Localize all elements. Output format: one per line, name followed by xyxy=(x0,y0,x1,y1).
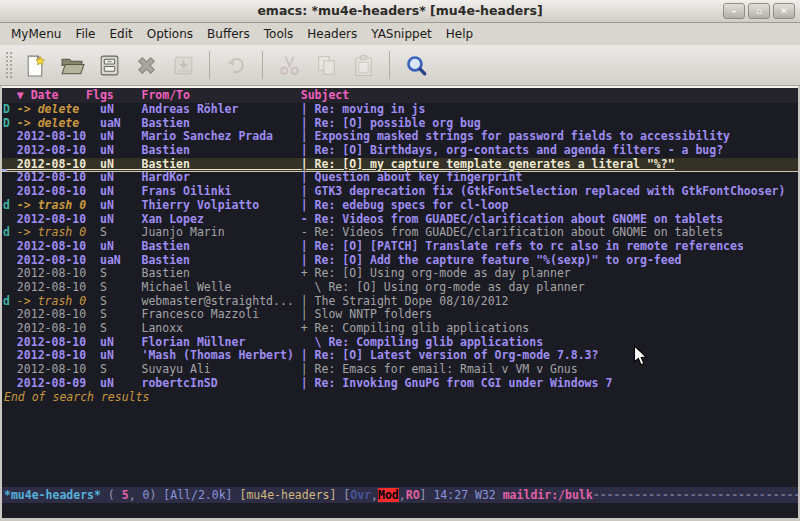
menu-item-edit[interactable]: Edit xyxy=(103,23,140,45)
modeline-dashes: ----------------------------------------… xyxy=(593,488,798,502)
close-buffer-button[interactable] xyxy=(132,51,160,79)
copy-button xyxy=(312,51,340,79)
toolbar-separator xyxy=(262,51,263,79)
message-row[interactable]: D -> delete uaN Bastien | Re: [O] possib… xyxy=(2,117,798,131)
menu-item-headers[interactable]: Headers xyxy=(300,23,364,45)
toolbar xyxy=(0,45,800,86)
message-row[interactable]: 2012-08-10 uN Bastien | Re: [O] [PATCH] … xyxy=(2,240,798,254)
message-row[interactable]: 2012-08-10 uN Xan Lopez - Re: Videos fro… xyxy=(2,213,798,227)
message-row[interactable]: 2012-08-10 S Francesco Mazzoli | Slow NN… xyxy=(2,308,798,322)
close-buffer-icon xyxy=(134,53,159,78)
undo-button xyxy=(222,51,250,79)
mouse-cursor xyxy=(633,345,648,367)
menu-item-yasnippet[interactable]: YASnippet xyxy=(364,23,439,45)
window-controls: –▫✕ xyxy=(723,3,795,19)
cut-button xyxy=(275,51,303,79)
undo-icon xyxy=(224,53,249,78)
modeline-maildir: maildir:/bulk xyxy=(503,488,593,502)
save-as-button xyxy=(169,51,197,79)
modeline-separator2: , xyxy=(371,488,378,502)
modeline-buffer-size: [All/2.0k] xyxy=(163,488,239,502)
message-row[interactable]: 2012-08-10 uN HardKor | Question about k… xyxy=(2,171,798,185)
modeline-separator1: , xyxy=(129,488,143,502)
modeline-line-number: 5 xyxy=(122,488,129,502)
cut-icon xyxy=(277,53,302,78)
message-row[interactable]: 2012-08-10 uaN Bastien | Re: [O] Add the… xyxy=(2,254,798,268)
message-row[interactable]: d -> trash 0 S Juanjo Marin - Re: Videos… xyxy=(2,226,798,240)
save-buffer-button[interactable] xyxy=(95,51,123,79)
save-buffer-icon xyxy=(97,53,122,78)
toolbar-separator xyxy=(209,51,210,79)
save-as-icon xyxy=(171,53,196,78)
toolbar-grip-handle[interactable] xyxy=(5,51,12,79)
headers-column-header: ▼ Date Flgs From/To Subject xyxy=(2,88,798,103)
message-row[interactable]: 2012-08-10 uN Bastien | Re: [O] Birthday… xyxy=(2,144,798,158)
emacs-frame: ▼ Date Flgs From/To Subject D -> delete … xyxy=(0,86,800,518)
message-row[interactable]: d -> trash 0 uN Thierry Volpiatto | Re: … xyxy=(2,199,798,213)
search-icon xyxy=(404,53,429,78)
headers-buffer[interactable]: ▼ Date Flgs From/To Subject D -> delete … xyxy=(2,86,798,487)
modeline-bracket-close: ] xyxy=(420,488,434,502)
toolbar-buttons xyxy=(21,51,430,79)
modeline-paren-close: ) xyxy=(149,488,163,502)
window-title: emacs: *mu4e-headers* [mu4e-headers] xyxy=(0,0,800,22)
menu-item-file[interactable]: File xyxy=(68,23,102,45)
message-row[interactable]: d -> trash 0 S webmaster@straightd... | … xyxy=(2,295,798,309)
menu-item-tools[interactable]: Tools xyxy=(257,23,301,45)
mode-line: *mu4e-headers* ( 5, 0) [All/2.0k] [mu4e-… xyxy=(2,487,798,503)
message-row[interactable]: D -> delete uN Andreas Röhler | Re: movi… xyxy=(2,103,798,117)
menu-item-help[interactable]: Help xyxy=(439,23,480,45)
message-row[interactable]: 2012-08-10 S Michael Welle \ Re: [O] Usi… xyxy=(2,281,798,295)
titlebar[interactable]: emacs: *mu4e-headers* [mu4e-headers] –▫✕ xyxy=(0,0,800,23)
search-button[interactable] xyxy=(402,51,430,79)
modeline-buffer-name: *mu4e-headers* xyxy=(4,488,101,502)
paste-icon xyxy=(351,53,376,78)
message-row[interactable]: 2012-08-10 uN Mario Sanchez Prada | Expo… xyxy=(2,130,798,144)
close-button[interactable]: ✕ xyxy=(773,3,795,19)
toolbar-separator xyxy=(389,51,390,79)
echo-area[interactable] xyxy=(2,503,798,518)
modeline-readonly-flag: RO xyxy=(406,488,420,502)
maximize-button[interactable]: ▫ xyxy=(748,3,770,19)
modeline-modified-flag: Mod xyxy=(378,488,399,502)
message-row[interactable]: 2012-08-10 S Suvayu Ali | Re: Emacs for … xyxy=(2,363,798,377)
message-row[interactable]: 2012-08-10 uN Frans Oilinki | GTK3 depre… xyxy=(2,185,798,199)
modeline-separator3: , xyxy=(399,488,406,502)
message-row[interactable]: 2012-08-10 S Lanoxx + Re: Compiling glib… xyxy=(2,322,798,336)
menubar: MyMenuFileEditOptionsBuffersToolsHeaders… xyxy=(0,23,800,45)
minimize-button[interactable]: – xyxy=(723,3,745,19)
menu-item-buffers[interactable]: Buffers xyxy=(200,23,257,45)
emacs-window: emacs: *mu4e-headers* [mu4e-headers] –▫✕… xyxy=(0,0,800,521)
new-file-icon xyxy=(23,53,48,78)
message-row[interactable]: 2012-08-10 S Bastien + Re: [O] Using org… xyxy=(2,267,798,281)
message-row[interactable]: 2012-08-09 uN robertcInSD | Re: Invoking… xyxy=(2,377,798,391)
message-list: D -> delete uN Andreas Röhler | Re: movi… xyxy=(2,103,798,390)
paste-button xyxy=(349,51,377,79)
modeline-clock: 14:27 W32 xyxy=(433,488,502,502)
message-row[interactable]: 2012-08-10 uN Bastien | Re: [O] my captu… xyxy=(2,158,798,172)
menu-item-options[interactable]: Options xyxy=(140,23,200,45)
message-row[interactable]: 2012-08-10 uN 'Mash (Thomas Herbert) | R… xyxy=(2,349,798,363)
open-folder-button[interactable] xyxy=(58,51,86,79)
message-row[interactable]: 2012-08-10 uN Florian Müllner \ Re: Comp… xyxy=(2,336,798,350)
open-folder-icon xyxy=(60,53,85,78)
new-file-button[interactable] xyxy=(21,51,49,79)
modeline-major-mode: [mu4e-headers] xyxy=(239,488,343,502)
modeline-overwrite-flag: Ovr xyxy=(350,488,371,502)
end-of-search-results: End of search results xyxy=(2,390,798,404)
menu-item-mymenu[interactable]: MyMenu xyxy=(4,23,68,45)
copy-icon xyxy=(314,53,339,78)
modeline-paren-open: ( xyxy=(101,488,122,502)
